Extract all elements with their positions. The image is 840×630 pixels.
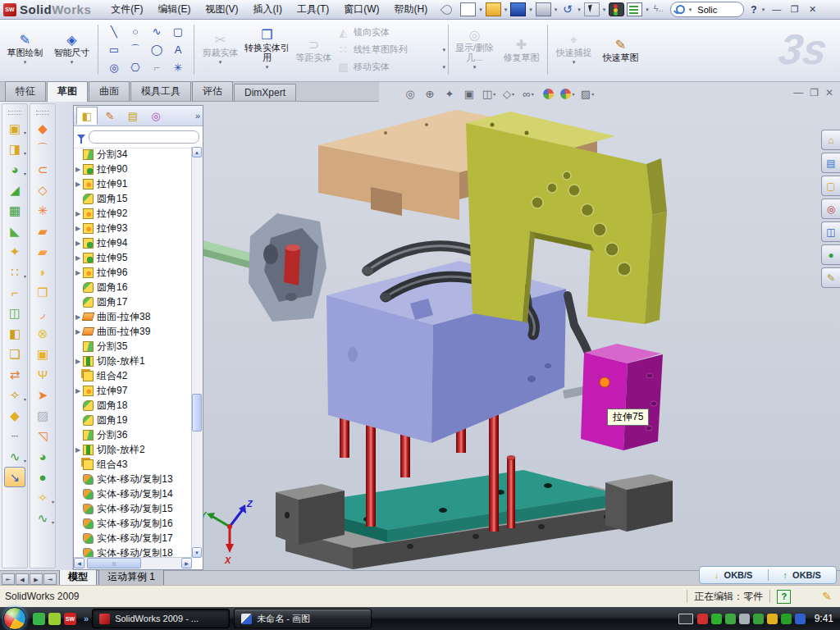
tree-item[interactable]: ▶ 圆角15 [75,191,192,206]
view-rotate-icon[interactable]: ✦▾ [441,86,458,101]
command-button[interactable]: ✎ 草图绘制 ▾ [2,21,48,78]
new-document-icon[interactable] [460,2,476,16]
boss-extrude-icon[interactable]: ▣▾ [4,118,25,139]
scroll-up-icon[interactable]: ▲ [192,147,202,158]
zoom-fit-icon[interactable]: ◎▾ [402,86,418,101]
offset-surface-icon[interactable]: ▰▾ [32,221,53,241]
tree-item[interactable]: ▶ 拉伸97 [75,383,192,398]
scroll-left-icon[interactable]: ◀ [74,558,84,568]
axis-icon[interactable]: ┄▾ [4,426,25,446]
sparkle-icon[interactable]: ✧▾ [32,487,53,508]
input-method-icon[interactable] [678,614,693,624]
combine-icon[interactable]: ❏▾ [4,344,25,364]
chevron-down-icon[interactable]: ▾ [572,91,574,97]
undo-icon[interactable]: ↺ [560,3,574,16]
magenta-block-part[interactable] [581,344,663,450]
badge-icon[interactable] [725,614,736,624]
doc-close-button[interactable]: ✕ [825,87,833,98]
select-cursor-icon[interactable] [584,2,600,16]
tree-horizontal-scrollbar[interactable]: ◀ ||| ▶ [74,557,192,569]
chevron-down-icon[interactable]: ▾ [493,91,495,97]
security-app-icon[interactable] [48,613,61,625]
chevron-down-icon[interactable]: ▾ [512,91,514,97]
sketch-fillet-icon[interactable]: ⌐ [153,62,160,74]
zoom-area-icon[interactable]: ⊕▾ [422,86,438,101]
commandmanager-tab[interactable]: DimXpert [234,84,296,101]
instant3d-icon[interactable]: ↘▾ [4,467,25,487]
solidworks-resources-icon[interactable]: ⌂ [821,130,840,150]
network-icon[interactable] [753,614,764,624]
chevron-down-icon[interactable]: ▾ [473,62,477,72]
edit-appearance-icon[interactable]: ●▾ [540,86,556,101]
tree-item[interactable]: ▶ 曲面-拉伸38 [75,309,192,324]
shield-plus-icon[interactable] [781,614,792,624]
chevron-down-icon[interactable]: ▾ [71,57,74,67]
search-input[interactable] [696,4,738,16]
tree-item[interactable]: ▶ 组合42 [75,368,192,383]
chevron-down-icon[interactable]: ▾ [646,7,649,13]
chevron-down-icon[interactable]: ▾ [442,47,445,53]
search-box[interactable]: ▾ [670,2,745,17]
commandmanager-tab[interactable]: 曲面 [89,81,130,101]
tree-item[interactable]: ▶ 拉伸94 [75,235,192,250]
chamfer-icon[interactable]: ◢▾ [4,180,25,200]
appearances-scenes-icon[interactable]: ● [821,244,840,265]
chevron-down-icon[interactable]: ▾ [479,7,482,13]
tree-item[interactable]: ▶ 组合43 [75,457,192,472]
menu-item[interactable]: 文件(F) [103,0,150,19]
menu-item[interactable]: 帮助(H) [387,0,436,19]
planar-surface-icon[interactable]: ▰▾ [32,241,53,262]
scroll-thumb[interactable] [192,394,202,431]
elbow-icon[interactable]: ◞▾ [32,303,53,323]
circle-icon[interactable]: ○ [132,25,139,38]
last-tab-icon[interactable]: ⇥ [43,573,57,585]
chevron-down-icon[interactable]: ▾ [532,91,534,97]
view-palette-icon[interactable]: ◫ [821,221,840,242]
dimxpertmanager-tab[interactable]: ◎ [145,107,167,125]
tree-item[interactable]: ▶ 拉伸93 [75,221,192,235]
ruled-surface-icon[interactable]: ⌒▾ [32,139,53,159]
prev-tab-icon[interactable]: ◀ [16,573,29,585]
draft-analysis-icon[interactable]: ➤▾ [32,385,53,405]
fold-icon[interactable]: ◹▾ [32,426,53,446]
tree-item[interactable]: ▶ 实体-移动/复制14 [75,486,192,501]
polygon-icon[interactable]: ⎔ [130,62,139,74]
command-button[interactable]: ✂ 剪裁实体 ▾ [197,21,244,78]
featuremanager-tab[interactable]: ◧ [76,107,98,125]
chevron-down-icon[interactable]: ▾ [573,57,576,67]
delete-face-icon[interactable]: ⊗▾ [32,323,53,344]
configurationmanager-tab[interactable]: ▤ [122,107,144,125]
tree-item[interactable]: ▶ 圆角16 [75,280,192,294]
insert-features-icon[interactable]: ✧▾ [4,385,25,405]
tree-item[interactable]: ▶ 拉伸96 [75,265,192,280]
line-icon[interactable]: ╲ [111,25,117,38]
start-button[interactable] [3,607,26,630]
select-box-icon[interactable]: ▢ [173,25,183,38]
chevron-down-icon[interactable]: ▾ [529,7,532,13]
purple-cavity-part[interactable] [326,261,591,443]
command-button[interactable]: ✚ 修复草图 ▾ [498,21,545,78]
tree-item[interactable]: ▶ 实体-移动/复制18 [75,546,192,558]
expand-arrow-icon[interactable]: ▶ [75,240,83,247]
task-button[interactable]: SolidWorks 2009 - ... [92,609,230,628]
rectangle-icon[interactable]: ▭ [109,43,119,56]
chevron-down-icon[interactable]: ▾ [24,273,26,279]
gray-insert-part[interactable] [182,213,326,322]
tree-vertical-scrollbar[interactable]: ▲ ▼ [191,147,203,558]
menu-item[interactable]: 工具(T) [290,0,336,19]
chevron-down-icon[interactable]: ▾ [24,458,26,463]
section-view-icon[interactable]: ▣▾ [461,86,477,101]
chevron-down-icon[interactable]: ▾ [504,7,508,13]
search-icon[interactable]: ◎ [821,199,840,219]
minimize-button[interactable]: — [769,3,784,16]
chevron-down-icon[interactable]: ▾ [603,7,606,13]
custom-properties-icon[interactable]: ✎ [821,267,840,288]
chevron-down-icon[interactable]: ▾ [591,91,594,97]
next-tab-icon[interactable]: ▶ [30,573,43,585]
tree-item[interactable]: ▶ 分割34 [75,147,192,162]
tree-item[interactable]: ▶ 拉伸90 [75,162,192,176]
pin-icon[interactable] [441,2,454,16]
chevron-down-icon[interactable]: ▾ [689,7,692,13]
chevron-down-icon[interactable]: ▾ [578,7,581,13]
point-icon[interactable]: ✳ [174,62,183,74]
